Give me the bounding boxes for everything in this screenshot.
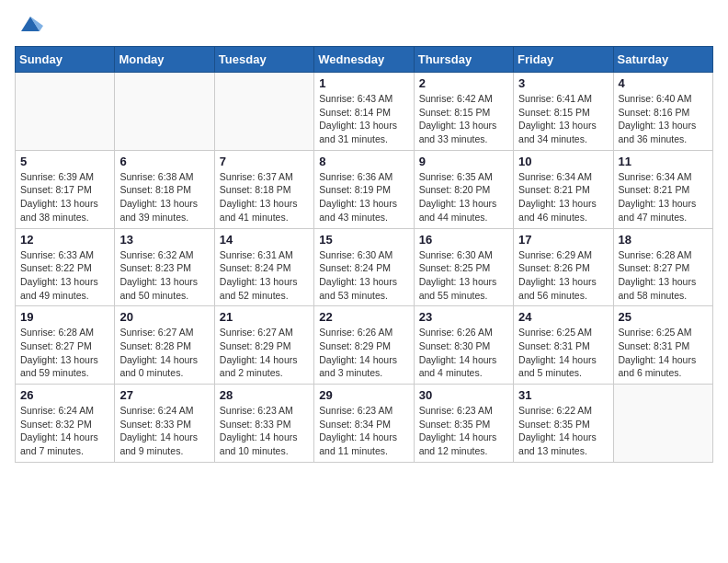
calendar-week-row: 12Sunrise: 6:33 AM Sunset: 8:22 PM Dayli… [16, 228, 713, 306]
weekday-header: Saturday [613, 47, 712, 73]
weekday-header: Monday [115, 47, 214, 73]
calendar-week-row: 19Sunrise: 6:28 AM Sunset: 8:27 PM Dayli… [16, 306, 713, 385]
day-info: Sunrise: 6:36 AM Sunset: 8:19 PM Dayligh… [319, 170, 408, 224]
page-header [15, 15, 713, 37]
day-number: 4 [619, 76, 708, 90]
calendar-cell: 25Sunrise: 6:25 AM Sunset: 8:31 PM Dayli… [613, 306, 712, 385]
calendar-cell [16, 73, 115, 151]
weekday-header: Friday [514, 47, 613, 73]
day-info: Sunrise: 6:35 AM Sunset: 8:20 PM Dayligh… [419, 170, 508, 224]
calendar-cell: 8Sunrise: 6:36 AM Sunset: 8:19 PM Daylig… [314, 150, 414, 228]
day-number: 23 [419, 310, 508, 324]
weekday-header: Tuesday [214, 47, 313, 73]
calendar-cell: 22Sunrise: 6:26 AM Sunset: 8:29 PM Dayli… [314, 306, 414, 385]
calendar-cell [214, 73, 313, 151]
day-info: Sunrise: 6:32 AM Sunset: 8:23 PM Dayligh… [119, 248, 209, 303]
calendar-cell: 21Sunrise: 6:27 AM Sunset: 8:29 PM Dayli… [214, 306, 313, 385]
calendar-cell: 3Sunrise: 6:41 AM Sunset: 8:15 PM Daylig… [514, 73, 613, 151]
calendar-cell: 26Sunrise: 6:24 AM Sunset: 8:32 PM Dayli… [16, 385, 115, 463]
calendar-cell: 29Sunrise: 6:23 AM Sunset: 8:34 PM Dayli… [314, 385, 414, 463]
day-number: 31 [518, 388, 608, 402]
day-info: Sunrise: 6:38 AM Sunset: 8:18 PM Dayligh… [119, 170, 209, 224]
day-info: Sunrise: 6:25 AM Sunset: 8:31 PM Dayligh… [619, 326, 708, 380]
calendar-cell: 6Sunrise: 6:38 AM Sunset: 8:18 PM Daylig… [115, 150, 214, 228]
day-info: Sunrise: 6:34 AM Sunset: 8:21 PM Dayligh… [518, 170, 608, 224]
calendar-cell: 9Sunrise: 6:35 AM Sunset: 8:20 PM Daylig… [414, 150, 513, 228]
day-info: Sunrise: 6:24 AM Sunset: 8:32 PM Dayligh… [20, 404, 109, 458]
calendar-header-row: SundayMondayTuesdayWednesdayThursdayFrid… [16, 47, 713, 73]
day-info: Sunrise: 6:24 AM Sunset: 8:33 PM Dayligh… [119, 404, 209, 458]
calendar-week-row: 1Sunrise: 6:43 AM Sunset: 8:14 PM Daylig… [16, 73, 713, 151]
day-number: 15 [319, 233, 408, 247]
day-number: 1 [319, 76, 408, 90]
day-info: Sunrise: 6:30 AM Sunset: 8:24 PM Dayligh… [319, 248, 408, 303]
calendar-cell: 28Sunrise: 6:23 AM Sunset: 8:33 PM Dayli… [214, 385, 313, 463]
calendar-cell: 5Sunrise: 6:39 AM Sunset: 8:17 PM Daylig… [16, 150, 115, 228]
day-info: Sunrise: 6:40 AM Sunset: 8:16 PM Dayligh… [619, 92, 708, 146]
calendar-cell: 10Sunrise: 6:34 AM Sunset: 8:21 PM Dayli… [514, 150, 613, 228]
calendar-cell: 15Sunrise: 6:30 AM Sunset: 8:24 PM Dayli… [314, 228, 414, 306]
calendar-cell: 30Sunrise: 6:23 AM Sunset: 8:35 PM Dayli… [414, 385, 513, 463]
calendar-cell: 16Sunrise: 6:30 AM Sunset: 8:25 PM Dayli… [414, 228, 513, 306]
day-info: Sunrise: 6:23 AM Sunset: 8:34 PM Dayligh… [319, 404, 408, 458]
day-number: 29 [319, 388, 408, 402]
calendar-cell: 24Sunrise: 6:25 AM Sunset: 8:31 PM Dayli… [514, 306, 613, 385]
calendar-cell: 17Sunrise: 6:29 AM Sunset: 8:26 PM Dayli… [514, 228, 613, 306]
day-info: Sunrise: 6:41 AM Sunset: 8:15 PM Dayligh… [518, 92, 608, 146]
weekday-header: Wednesday [314, 47, 414, 73]
calendar-cell [613, 385, 712, 463]
day-info: Sunrise: 6:42 AM Sunset: 8:15 PM Dayligh… [419, 92, 508, 146]
day-number: 28 [220, 388, 309, 402]
day-number: 14 [220, 233, 309, 247]
day-info: Sunrise: 6:23 AM Sunset: 8:35 PM Dayligh… [419, 404, 508, 458]
calendar-cell [115, 73, 214, 151]
calendar-cell: 31Sunrise: 6:22 AM Sunset: 8:35 PM Dayli… [514, 385, 613, 463]
day-info: Sunrise: 6:31 AM Sunset: 8:24 PM Dayligh… [220, 248, 309, 303]
day-info: Sunrise: 6:27 AM Sunset: 8:28 PM Dayligh… [119, 326, 209, 380]
day-number: 2 [419, 76, 508, 90]
day-number: 19 [20, 310, 109, 324]
day-info: Sunrise: 6:30 AM Sunset: 8:25 PM Dayligh… [419, 248, 508, 303]
day-info: Sunrise: 6:28 AM Sunset: 8:27 PM Dayligh… [20, 326, 109, 380]
day-number: 18 [619, 233, 708, 247]
day-info: Sunrise: 6:26 AM Sunset: 8:29 PM Dayligh… [319, 326, 408, 380]
weekday-header: Thursday [414, 47, 513, 73]
day-number: 6 [119, 155, 209, 168]
day-info: Sunrise: 6:29 AM Sunset: 8:26 PM Dayligh… [518, 248, 608, 303]
day-number: 3 [518, 76, 608, 90]
day-number: 12 [20, 233, 109, 247]
day-number: 26 [20, 388, 109, 402]
day-number: 20 [119, 310, 209, 324]
calendar-cell: 13Sunrise: 6:32 AM Sunset: 8:23 PM Dayli… [115, 228, 214, 306]
calendar-cell: 19Sunrise: 6:28 AM Sunset: 8:27 PM Dayli… [16, 306, 115, 385]
calendar-table: SundayMondayTuesdayWednesdayThursdayFrid… [15, 46, 713, 463]
day-number: 27 [119, 388, 209, 402]
calendar-cell: 27Sunrise: 6:24 AM Sunset: 8:33 PM Dayli… [115, 385, 214, 463]
day-info: Sunrise: 6:22 AM Sunset: 8:35 PM Dayligh… [518, 404, 608, 458]
day-info: Sunrise: 6:25 AM Sunset: 8:31 PM Dayligh… [518, 326, 608, 380]
calendar-cell: 11Sunrise: 6:34 AM Sunset: 8:21 PM Dayli… [613, 150, 712, 228]
day-info: Sunrise: 6:43 AM Sunset: 8:14 PM Dayligh… [319, 92, 408, 146]
day-info: Sunrise: 6:37 AM Sunset: 8:18 PM Dayligh… [220, 170, 309, 224]
calendar-cell: 4Sunrise: 6:40 AM Sunset: 8:16 PM Daylig… [613, 73, 712, 151]
calendar-cell: 20Sunrise: 6:27 AM Sunset: 8:28 PM Dayli… [115, 306, 214, 385]
day-number: 11 [619, 155, 708, 168]
logo-icon [17, 11, 43, 37]
day-info: Sunrise: 6:26 AM Sunset: 8:30 PM Dayligh… [419, 326, 508, 380]
calendar-cell: 23Sunrise: 6:26 AM Sunset: 8:30 PM Dayli… [414, 306, 513, 385]
day-info: Sunrise: 6:23 AM Sunset: 8:33 PM Dayligh… [220, 404, 309, 458]
day-number: 16 [419, 233, 508, 247]
day-info: Sunrise: 6:39 AM Sunset: 8:17 PM Dayligh… [20, 170, 109, 224]
calendar-cell: 18Sunrise: 6:28 AM Sunset: 8:27 PM Dayli… [613, 228, 712, 306]
day-number: 25 [619, 310, 708, 324]
day-info: Sunrise: 6:28 AM Sunset: 8:27 PM Dayligh… [619, 248, 708, 303]
calendar-cell: 7Sunrise: 6:37 AM Sunset: 8:18 PM Daylig… [214, 150, 313, 228]
calendar-week-row: 5Sunrise: 6:39 AM Sunset: 8:17 PM Daylig… [16, 150, 713, 228]
day-number: 8 [319, 155, 408, 168]
day-info: Sunrise: 6:27 AM Sunset: 8:29 PM Dayligh… [220, 326, 309, 380]
calendar-cell: 14Sunrise: 6:31 AM Sunset: 8:24 PM Dayli… [214, 228, 313, 306]
day-number: 10 [518, 155, 608, 168]
logo [15, 15, 43, 37]
day-info: Sunrise: 6:33 AM Sunset: 8:22 PM Dayligh… [20, 248, 109, 303]
day-number: 9 [419, 155, 508, 168]
